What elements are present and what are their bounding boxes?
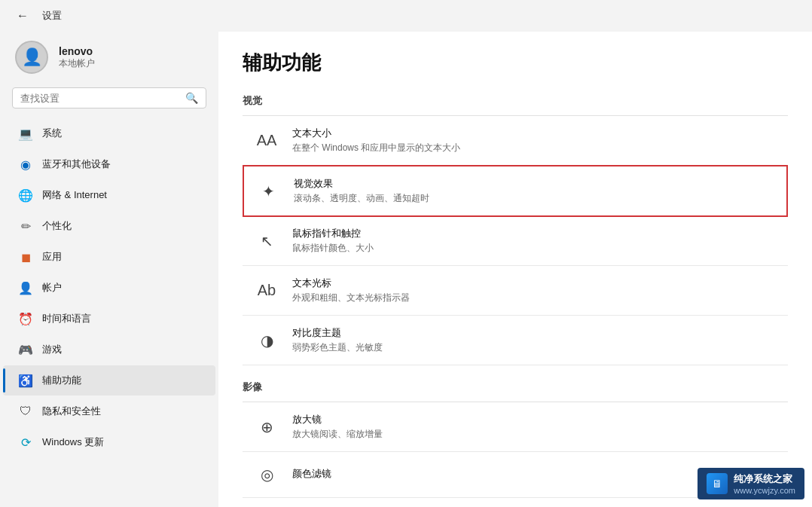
settings-item-text-size[interactable]: AA 文本大小 在整个 Windows 和应用中显示的文本大小 (243, 116, 788, 166)
content-area: 辅助功能 视觉 AA 文本大小 在整个 Windows 和应用中显示的文本大小 … (218, 32, 812, 507)
main-layout: 👤 lenovo 本地帐户 🔍 💻 系统 ◉ 蓝牙和其他设备 🌐 网络 & In… (0, 32, 812, 507)
settings-sections: 视觉 AA 文本大小 在整个 Windows 和应用中显示的文本大小 ✦ 视觉效… (243, 94, 788, 498)
user-subtitle: 本地帐户 (59, 57, 95, 70)
mouse-pointer-icon: ↖ (255, 229, 279, 253)
sidebar-item-time[interactable]: ⏰ 时间和语言 (3, 304, 215, 334)
settings-item-mouse-pointer[interactable]: ↖ 鼠标指针和触控 鼠标指针颜色、大小 (243, 216, 788, 266)
section-vision: 视觉 AA 文本大小 在整个 Windows 和应用中显示的文本大小 ✦ 视觉效… (243, 94, 788, 365)
title-bar-text: 设置 (42, 9, 62, 23)
watermark-main: 纯净系统之家 (734, 472, 795, 486)
sidebar-item-privacy[interactable]: 🛡 隐私和安全性 (3, 396, 215, 426)
sidebar-item-windows-update[interactable]: ⟳ Windows 更新 (3, 427, 215, 457)
contrast-icon: ◑ (255, 328, 279, 353)
settings-item-contrast[interactable]: ◑ 对比度主题 弱势彩色主题、光敏度 (243, 316, 788, 365)
magnifier-icon: ⊕ (255, 415, 279, 439)
title-bar: ← 设置 (0, 0, 812, 32)
sidebar-item-network[interactable]: 🌐 网络 & Internet (3, 180, 215, 210)
sidebar-item-label-apps: 应用 (42, 250, 62, 264)
sidebar-item-label-time: 时间和语言 (42, 312, 91, 325)
avatar-icon: 👤 (22, 47, 42, 67)
sidebar-item-label-bluetooth: 蓝牙和其他设备 (42, 157, 111, 171)
privacy-icon: 🛡 (18, 404, 33, 419)
search-icon[interactable]: 🔍 (185, 92, 198, 104)
text-cursor-desc: 外观和粗细、文本光标指示器 (292, 292, 776, 304)
text-size-desc: 在整个 Windows 和应用中显示的文本大小 (292, 142, 776, 154)
text-cursor-text: 文本光标 外观和粗细、文本光标指示器 (292, 276, 776, 304)
sidebar-item-personalize[interactable]: ✏ 个性化 (3, 211, 215, 241)
apps-icon: ◼ (18, 249, 33, 264)
mouse-pointer-label: 鼠标指针和触控 (292, 227, 776, 240)
visual-effects-desc: 滚动条、透明度、动画、通知超时 (294, 192, 774, 205)
sidebar-item-apps[interactable]: ◼ 应用 (3, 242, 215, 272)
sidebar-item-label-gaming: 游戏 (42, 343, 62, 356)
sidebar: 👤 lenovo 本地帐户 🔍 💻 系统 ◉ 蓝牙和其他设备 🌐 网络 & In… (0, 32, 218, 507)
visual-effects-text: 视觉效果 滚动条、透明度、动画、通知超时 (294, 177, 774, 205)
accounts-icon: 👤 (18, 280, 33, 295)
search-box[interactable]: 🔍 (12, 87, 206, 108)
watermark: 🖥 纯净系统之家 www.ycwjzy.com (698, 468, 804, 499)
text-size-label: 文本大小 (292, 127, 776, 140)
sidebar-item-system[interactable]: 💻 系统 (3, 118, 215, 148)
user-info: lenovo 本地帐户 (59, 45, 95, 70)
mouse-pointer-text: 鼠标指针和触控 鼠标指针颜色、大小 (292, 227, 776, 255)
time-icon: ⏰ (18, 311, 33, 326)
section-title-vision: 视觉 (243, 94, 788, 108)
bluetooth-icon: ◉ (18, 157, 33, 172)
mouse-pointer-desc: 鼠标指针颜色、大小 (292, 242, 776, 255)
visual-effects-icon: ✦ (256, 179, 280, 203)
visual-effects-label: 视觉效果 (294, 177, 774, 191)
watermark-icon: 🖥 (712, 478, 722, 490)
text-size-text: 文本大小 在整个 Windows 和应用中显示的文本大小 (292, 127, 776, 154)
text-cursor-icon: Ab (255, 279, 279, 303)
user-profile[interactable]: 👤 lenovo 本地帐户 (0, 32, 218, 87)
system-icon: 💻 (18, 126, 33, 141)
magnifier-text: 放大镜 放大镜阅读、缩放增量 (292, 413, 776, 441)
magnifier-label: 放大镜 (292, 413, 776, 426)
sidebar-item-accounts[interactable]: 👤 帐户 (3, 273, 215, 303)
section-title-image: 影像 (243, 380, 788, 394)
avatar: 👤 (15, 41, 48, 74)
page-title: 辅助功能 (243, 50, 788, 76)
watermark-info: 纯净系统之家 www.ycwjzy.com (734, 472, 795, 495)
watermark-logo: 🖥 (707, 473, 728, 494)
windows-update-icon: ⟳ (18, 435, 33, 450)
contrast-desc: 弱势彩色主题、光敏度 (292, 341, 776, 354)
settings-item-magnifier[interactable]: ⊕ 放大镜 放大镜阅读、缩放增量 (243, 402, 788, 452)
nav-list: 💻 系统 ◉ 蓝牙和其他设备 🌐 网络 & Internet ✏ 个性化 ◼ 应… (0, 118, 218, 458)
accessibility-icon: ♿ (18, 373, 33, 388)
sidebar-item-accessibility[interactable]: ♿ 辅助功能 (3, 365, 215, 396)
sidebar-item-label-windows-update: Windows 更新 (42, 435, 104, 449)
network-icon: 🌐 (18, 188, 33, 203)
sidebar-item-label-personalize: 个性化 (42, 219, 72, 233)
personalize-icon: ✏ (18, 218, 33, 234)
gaming-icon: 🎮 (18, 342, 33, 357)
text-cursor-label: 文本光标 (292, 276, 776, 290)
search-input[interactable] (20, 93, 179, 104)
contrast-label: 对比度主题 (292, 326, 776, 340)
sidebar-item-gaming[interactable]: 🎮 游戏 (3, 334, 215, 365)
sidebar-item-label-accessibility: 辅助功能 (42, 374, 81, 387)
watermark-sub: www.ycwjzy.com (734, 486, 795, 495)
sidebar-item-bluetooth[interactable]: ◉ 蓝牙和其他设备 (3, 149, 215, 179)
magnifier-desc: 放大镜阅读、缩放增量 (292, 428, 776, 441)
sidebar-item-label-network: 网络 & Internet (42, 188, 107, 202)
settings-list-vision: AA 文本大小 在整个 Windows 和应用中显示的文本大小 ✦ 视觉效果 滚… (243, 115, 788, 365)
sidebar-item-label-system: 系统 (42, 127, 62, 140)
settings-item-text-cursor[interactable]: Ab 文本光标 外观和粗细、文本光标指示器 (243, 266, 788, 316)
text-size-icon: AA (255, 129, 279, 153)
sidebar-item-label-accounts: 帐户 (42, 281, 62, 295)
sidebar-item-label-privacy: 隐私和安全性 (42, 405, 101, 418)
color-filter-icon: ◎ (255, 463, 279, 487)
settings-item-visual-effects[interactable]: ✦ 视觉效果 滚动条、透明度、动画、通知超时 (243, 165, 788, 217)
contrast-text: 对比度主题 弱势彩色主题、光敏度 (292, 326, 776, 354)
back-button[interactable]: ← (12, 6, 33, 26)
user-name: lenovo (59, 45, 95, 57)
